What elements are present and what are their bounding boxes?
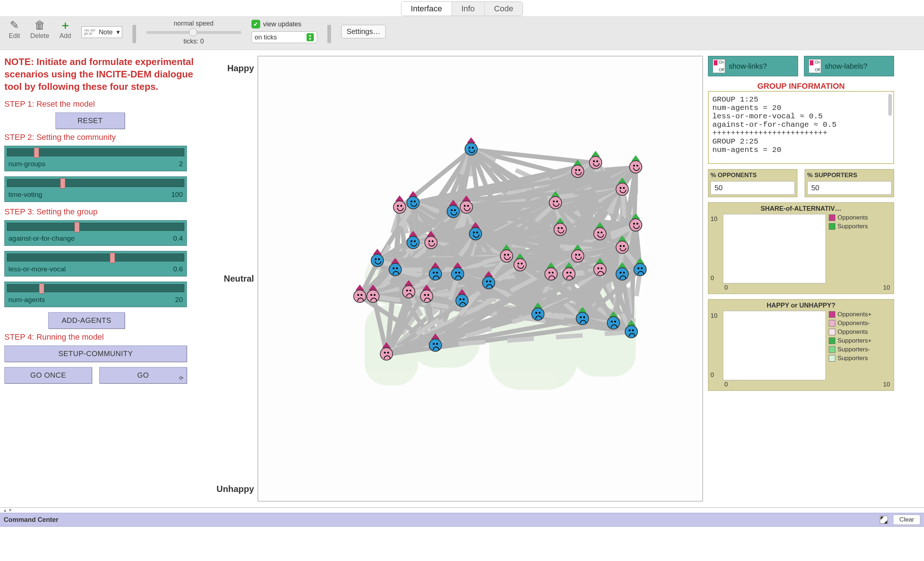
show-labels-switch[interactable]: OnOff show-labels? xyxy=(804,56,894,76)
view-updates-checkbox[interactable]: ✔ xyxy=(251,20,260,29)
slider-thumb[interactable] xyxy=(34,147,39,158)
agent[interactable] xyxy=(451,267,466,282)
tab-code[interactable]: Code xyxy=(484,2,523,16)
opponents-monitor: % OPPONENTS 50 xyxy=(708,169,797,197)
slider-num-groups[interactable]: num-groups2 xyxy=(4,146,187,171)
agent[interactable] xyxy=(455,294,470,308)
agent[interactable] xyxy=(616,241,630,255)
agent[interactable] xyxy=(593,227,608,242)
agent-face-icon xyxy=(593,263,606,276)
step1-heading: STEP 1: Reset the model xyxy=(4,99,201,109)
add-agents-button[interactable]: ADD-AGENTS xyxy=(48,312,125,329)
agent-face-icon xyxy=(571,250,584,263)
update-mode-select[interactable]: on ticks ▲▼ xyxy=(251,32,317,43)
clear-button[interactable]: Clear xyxy=(893,514,920,525)
plot-share-alternatives: SHARE-of-ALTERNATIV… 100 OpponentsSuppor… xyxy=(708,202,894,294)
agent-face-icon xyxy=(429,338,442,352)
slider-value: 2 xyxy=(179,160,183,168)
agent[interactable] xyxy=(388,263,403,278)
slider-thumb[interactable] xyxy=(75,222,80,232)
speed-slider[interactable] xyxy=(146,31,241,34)
agent[interactable] xyxy=(531,308,546,322)
agent[interactable] xyxy=(447,205,461,220)
group-info-block: GROUP INFORMATION GROUP 1:25 num-agents … xyxy=(708,81,894,164)
agent[interactable] xyxy=(571,165,586,179)
agent[interactable] xyxy=(625,325,639,340)
go-button[interactable]: GO⟳ xyxy=(99,367,187,384)
world-wrap: Happy Neutral Unhappy xyxy=(207,56,703,501)
agent[interactable] xyxy=(406,236,421,251)
group-info-output[interactable]: GROUP 1:25 num-agents = 20 less-or-more-… xyxy=(708,91,894,164)
slider-less-or-more-vocal[interactable]: less-or-more-vocal0.6 xyxy=(4,251,187,277)
resize-handle-icon[interactable]: ▲▼ xyxy=(0,508,924,513)
agent[interactable] xyxy=(629,218,644,233)
agent[interactable] xyxy=(366,290,381,304)
agent[interactable] xyxy=(571,250,586,264)
tab-interface[interactable]: Interface xyxy=(401,2,452,16)
scrollbar[interactable] xyxy=(888,94,892,116)
agent[interactable] xyxy=(460,200,474,215)
agent[interactable] xyxy=(616,183,630,197)
agent[interactable] xyxy=(549,196,564,211)
legend-entry: Opponents xyxy=(829,214,891,221)
agent[interactable] xyxy=(629,160,644,175)
agent-face-icon xyxy=(402,285,415,298)
slider-against-or-for-change[interactable]: against-or-for-change0.4 xyxy=(4,220,187,246)
slider-time-voting[interactable]: time-voting100 xyxy=(4,176,187,202)
agent[interactable] xyxy=(576,312,591,326)
agent-face-icon xyxy=(531,308,544,321)
agent[interactable] xyxy=(482,276,496,291)
slider-thumb[interactable] xyxy=(110,253,115,263)
tab-info[interactable]: Info xyxy=(452,2,484,16)
world-view[interactable] xyxy=(258,56,703,501)
agent[interactable] xyxy=(607,316,621,331)
agent[interactable] xyxy=(589,156,604,171)
agent[interactable] xyxy=(393,200,408,215)
axis-happy: Happy xyxy=(210,63,254,74)
speed-slider-block: normal speed ticks: 0 xyxy=(146,20,241,45)
agent[interactable] xyxy=(406,196,421,211)
agent[interactable] xyxy=(371,254,386,268)
legend-entry: Opponents+ xyxy=(829,311,891,318)
agent[interactable] xyxy=(593,263,608,278)
setup-community-button[interactable]: SETUP-COMMUNITY xyxy=(4,346,187,362)
speed-thumb[interactable] xyxy=(189,28,197,36)
agent-face-icon xyxy=(562,267,576,281)
agent-face-icon xyxy=(455,294,469,307)
agent[interactable] xyxy=(469,227,483,242)
slider-thumb[interactable] xyxy=(60,178,65,188)
agent[interactable] xyxy=(544,267,559,282)
update-mode-value: on ticks xyxy=(255,34,277,41)
slider-thumb[interactable] xyxy=(39,283,44,294)
plot1-legend: OpponentsSupporters xyxy=(826,214,891,283)
element-type-select[interactable]: Abc defghi jkl Note ▾ xyxy=(81,26,122,38)
agent[interactable] xyxy=(353,290,368,304)
agent[interactable] xyxy=(465,143,479,157)
legend-entry: Opponents- xyxy=(829,320,891,327)
agent[interactable] xyxy=(500,250,514,264)
agent[interactable] xyxy=(402,285,417,300)
agent-face-icon xyxy=(353,290,366,303)
agent[interactable] xyxy=(420,290,435,304)
slider-value: 0.4 xyxy=(173,235,183,242)
agent[interactable] xyxy=(616,267,630,282)
delete-button[interactable]: 🗑 Delete xyxy=(30,20,49,40)
edit-button[interactable]: ✎ Edit xyxy=(9,20,20,40)
agent[interactable] xyxy=(513,258,528,273)
agent[interactable] xyxy=(380,347,394,362)
agent[interactable] xyxy=(562,267,577,282)
main: NOTE: Initiate and formulate experimenta… xyxy=(0,50,924,507)
agent[interactable] xyxy=(429,338,443,353)
go-once-button[interactable]: GO ONCE xyxy=(4,367,92,384)
agent-face-icon xyxy=(460,200,473,214)
reset-button[interactable]: RESET xyxy=(56,113,125,129)
agent[interactable] xyxy=(424,236,439,251)
settings-button[interactable]: Settings… xyxy=(341,25,386,38)
slider-num-agents[interactable]: num-agents20 xyxy=(4,281,187,307)
add-button[interactable]: ＋ Add xyxy=(60,20,71,40)
expand-icon[interactable] xyxy=(880,516,888,524)
show-links-switch[interactable]: OnOff show-links? xyxy=(708,56,798,76)
agent[interactable] xyxy=(633,263,648,278)
agent[interactable] xyxy=(429,267,443,282)
agent[interactable] xyxy=(554,223,568,238)
